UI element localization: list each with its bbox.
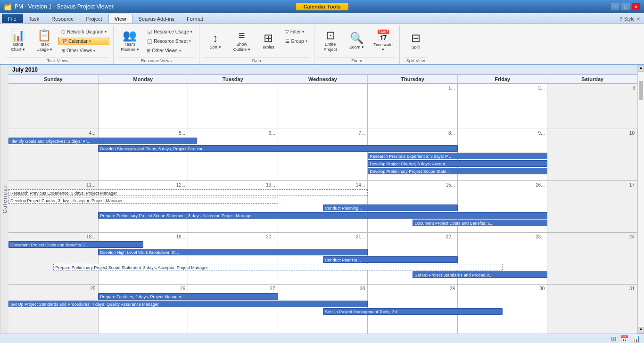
day-cell-jul24: 24 [547,233,637,284]
task-setup-standards-proc[interactable]: Set Up Project Standards and Procedures;… [8,301,368,307]
resource-other-views-button[interactable]: ⊞ Other Views ▾ [144,46,195,55]
team-planner-button[interactable]: 👥 TeamPlanner ▾ [117,27,142,55]
network-diagram-arrow: ▾ [105,30,107,34]
group-button[interactable]: ☰ Group ▾ [282,37,310,45]
split-button[interactable]: ⊟ Split [404,27,428,55]
task-conduct-planning[interactable]: Conduct Planning... [323,204,458,211]
timescale-button[interactable]: 📅 Timescale ▾ [371,27,396,55]
task-other-views-button[interactable]: ⊞ Other Views ▾ [58,46,109,55]
zoom-button[interactable]: 🔍 Zoom ▾ [345,27,369,55]
scroll-up-button[interactable]: ▲ [638,65,644,72]
right-scrollbar[interactable]: ▲ ▼ [637,65,644,334]
split-view-label: Split View [404,57,428,64]
scroll-thumb[interactable] [639,81,643,100]
app-title: PM - Version 1 - Seavus Project Viewer [15,3,114,10]
calendar-view-icon[interactable]: 📅 [620,335,628,343]
network-diagram-button[interactable]: ⬡ Network Diagram ▾ [58,27,109,36]
tables-button[interactable]: ⊞ Tables [256,27,281,55]
resource-usage-arrow: ▾ [190,30,192,34]
day-number: 22... [369,234,456,240]
task-identify-goals[interactable]: Identify Goals and Objectives; 2 days; P… [8,138,197,144]
task-doc-costs-cont[interactable]: Document Project Costs and Benefits; 2..… [8,241,143,248]
task-develop-wbs[interactable]: Develop High Level Work Breakdown St... [98,249,368,255]
week-row-2: 11... 12... 13... 14... 15... 16... 17 R… [8,181,637,233]
task-setup-standards[interactable]: Set Up Project Standards and Procedur... [413,271,547,278]
gantt-chart-button[interactable]: 📊 GanttChart ▾ [6,27,30,55]
scroll-down-button[interactable]: ▼ [638,327,644,334]
close-button[interactable]: ✕ [632,3,640,10]
tab-view[interactable]: View [108,14,132,23]
tab-seavus[interactable]: Seavus Add-ins [132,14,181,23]
team-planner-label: TeamPlanner ▾ [121,42,139,52]
day-cell-blank [188,84,278,129]
task-develop-charter-cont[interactable]: Develop Project Charter; 3 days; Accepto… [8,197,278,204]
zoom-content: ⊡ EntireProject 🔍 Zoom ▾ 📅 Timescale ▾ [318,25,396,57]
split-label: Split [412,45,420,49]
task-usage-label: TaskUsage ▾ [36,42,52,52]
grid-view-icon[interactable]: ⊞ [611,335,617,343]
task-setup-pm-tools[interactable]: Set Up Project Management Tools; 2 d... [323,308,503,315]
day-number: 19... [99,234,187,240]
tab-resource[interactable]: Resource [45,14,80,23]
timescale-icon: 📅 [376,30,390,41]
network-diagram-icon: ⬡ [61,29,66,34]
chart-view-icon[interactable]: 📊 [632,335,640,343]
data-filter-group: ▽ Filter ▾ ☰ Group ▾ [282,27,310,45]
task-research-prev-exp-cont[interactable]: Research Previous Experience; 3 days; Pr… [8,189,368,196]
tab-project[interactable]: Project [80,14,108,23]
calendar-button[interactable]: 📅 Calendar ▾ [58,37,109,45]
minimize-button[interactable]: ─ [611,3,619,10]
team-planner-icon: 👥 [123,30,137,41]
day-cell-jul5: 5... [99,129,189,180]
gantt-chart-label: GanttChart ▾ [11,42,25,52]
group-label: Group [291,39,304,44]
day-number: 27 [189,286,277,292]
task-other-views-label: Other Views [66,48,92,53]
task-develop-project-charter[interactable]: Develop Project Charter; 3 days; Accept.… [368,160,547,167]
tables-label: Tables [262,45,274,49]
tab-task[interactable]: Task [23,14,46,23]
calendar-arrow: ▾ [89,39,91,43]
close-style-icon[interactable]: ✕ [636,16,640,22]
resource-usage-button[interactable]: 📊 Resource Usage ▾ [144,27,195,36]
main-area: Calendar July 2010 Sunday Monday Tuesday… [0,65,644,334]
task-usage-button[interactable]: 📋 TaskUsage ▾ [32,27,57,55]
day-cell-jul1: 1... [368,84,458,129]
task-doc-costs-benefits[interactable]: Document Project Costs and Benefits; 2..… [413,220,547,226]
maximize-button[interactable]: □ [621,3,630,10]
task-views-content: 📊 GanttChart ▾ 📋 TaskUsage ▾ ⬡ Network D… [6,25,109,57]
day-number: 2... [459,85,546,91]
task-prepare-prelim-scope[interactable]: Prepare Preliminary Project Scope Statem… [98,212,547,219]
zoom-label: Zoom ▾ [349,45,364,49]
resource-sheet-button[interactable]: 📋 Resource Sheet ▾ [144,37,195,45]
day-cell-jul20: 20... [188,233,278,284]
day-cell-jul18: 18... [8,233,99,284]
sort-icon: ↕ [213,33,218,44]
status-bar: ⊞ 📅 📊 [0,334,644,343]
day-cell-blank [8,84,99,129]
sort-button[interactable]: ↕ Sort ▾ [203,27,228,55]
filter-button[interactable]: ▽ Filter ▾ [282,27,310,36]
group-task-views: 📊 GanttChart ▾ 📋 TaskUsage ▾ ⬡ Network D… [2,25,114,64]
task-prepare-facilities[interactable]: Prepare Facilities; 2 days; Project Mana… [98,293,278,300]
day-headers: Sunday Monday Tuesday Wednesday Thursday… [8,75,637,84]
ribbon-tabs: File Task Resource Project View Seavus A… [0,13,644,24]
task-develop-prelim-scope[interactable]: Develop Preliminary Project Scope State.… [368,168,547,174]
entire-project-button[interactable]: ⊡ EntireProject [318,27,343,55]
show-outline-button[interactable]: ≡ ShowOutline ▾ [230,27,254,55]
sort-label: Sort ▾ [210,45,221,49]
task-conduct-peer-review[interactable]: Conduct Peer Re... [323,256,458,263]
task-research-prev-exp[interactable]: Research Previous Experience; 3 days; P.… [368,153,547,159]
day-number: 31 [548,286,636,292]
day-number: 24 [548,234,636,240]
day-number: 18... [9,234,97,240]
task-prepare-prelim-cont[interactable]: Prepare Preliminary Project Scope Statem… [53,264,503,270]
tab-file[interactable]: File [2,14,23,23]
tab-format[interactable]: Format [181,14,209,23]
day-number: 21... [279,234,367,240]
task-develop-strategies[interactable]: Develop Strategies and Plans; 3 days; Pr… [98,145,457,152]
data-content: ↕ Sort ▾ ≡ ShowOutline ▾ ⊞ Tables ▽ Filt… [203,25,310,57]
calendar-grid[interactable]: Sunday Monday Tuesday Wednesday Thursday… [8,75,637,334]
side-label: Calendar [0,65,8,334]
day-cell-jul19: 19... [99,233,189,284]
